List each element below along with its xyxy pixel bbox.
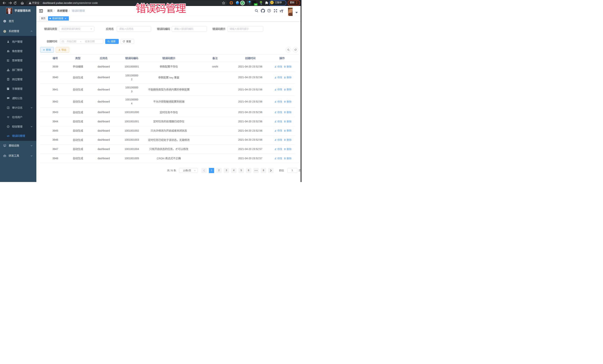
svg-text:on: on: [255, 3, 257, 6]
